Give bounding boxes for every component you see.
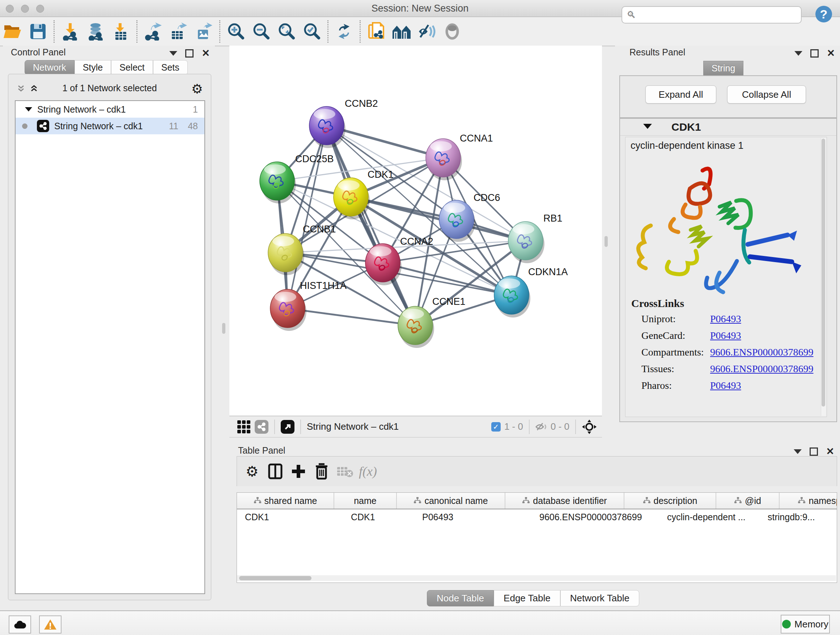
close-panel-icon[interactable]: ✕ — [827, 50, 835, 57]
undock-panel-icon[interactable] — [185, 49, 194, 57]
cell-database-identifier[interactable]: 9606.ENSP00000378699 — [531, 509, 659, 525]
zoom-in-icon[interactable] — [223, 20, 248, 43]
detach-view-icon[interactable] — [281, 420, 294, 434]
delete-column-icon[interactable] — [310, 461, 333, 482]
cell-name[interactable]: CDK1 — [343, 509, 414, 525]
results-scrollbar[interactable] — [821, 138, 826, 416]
gene-header-row[interactable]: CDK1 — [620, 119, 836, 136]
delete-table-icon[interactable] — [333, 461, 356, 482]
float-panel-icon[interactable] — [794, 449, 802, 454]
collection-expander-icon[interactable] — [25, 107, 32, 111]
function-builder-icon[interactable]: f(x) — [356, 461, 379, 482]
column-header-description[interactable]: description — [624, 493, 716, 509]
close-panel-icon[interactable]: ✕ — [202, 50, 210, 57]
zoom-selected-icon[interactable] — [299, 20, 325, 43]
show-columns-icon[interactable] — [264, 461, 287, 482]
node-HIST1H1A[interactable] — [270, 289, 306, 331]
tab-node-table[interactable]: Node Table — [427, 590, 494, 606]
export-image-icon[interactable] — [191, 20, 216, 43]
node-CCNB2[interactable] — [309, 106, 346, 148]
gene-name: CDK1 — [671, 121, 701, 133]
undock-panel-icon[interactable] — [810, 448, 818, 456]
copy-network-icon[interactable] — [363, 20, 389, 43]
column-header-database-identifier[interactable]: database identifier — [505, 493, 624, 509]
hidden-counts: 0 - 0 — [551, 421, 569, 432]
close-panel-icon[interactable]: ✕ — [826, 448, 834, 455]
cloud-button[interactable] — [9, 616, 31, 633]
crosslink-link[interactable]: 9606.ENSP00000378699 — [710, 363, 813, 380]
network-graph[interactable]: CCNB2CCNA1CDC25BCDK1CDC6RB1CCNB1CCNA2CDK… — [229, 46, 602, 416]
help-icon[interactable]: ? — [815, 6, 832, 22]
expand-all-button[interactable]: Expand All — [645, 86, 716, 103]
zoom-out-icon[interactable] — [248, 20, 274, 43]
memory-button[interactable]: Memory — [781, 615, 830, 633]
birdseye-icon[interactable] — [582, 419, 597, 434]
import-table-icon[interactable] — [108, 20, 134, 43]
houses-icon[interactable] — [389, 20, 414, 43]
node-CCNE1[interactable] — [398, 306, 434, 348]
selected-checkbox-icon[interactable]: ✓ — [491, 422, 501, 432]
open-session-icon[interactable] — [0, 20, 25, 43]
results-gene-box: CDK1 cyclin-dependent kinase 1 — [619, 118, 837, 422]
save-session-icon[interactable] — [25, 20, 51, 43]
node-CDKN1A[interactable] — [494, 276, 531, 318]
cell-shared-name[interactable]: CDK1 — [237, 509, 343, 525]
cell-canonical-name[interactable]: P06493 — [414, 509, 531, 525]
crosslink-link[interactable]: 9606.ENSP00000378699 — [710, 347, 813, 363]
tab-string[interactable]: String — [703, 61, 744, 76]
float-panel-icon[interactable] — [169, 51, 177, 56]
grid-view-icon[interactable] — [237, 420, 250, 433]
warning-button[interactable] — [39, 616, 62, 633]
zoom-fit-icon[interactable] — [274, 20, 299, 43]
crosslink-link[interactable]: P06493 — [710, 330, 741, 347]
cell-@id[interactable]: stringdb:9... — [760, 509, 832, 525]
crosslink-link[interactable]: P06493 — [710, 313, 741, 330]
right-splitter-handle[interactable] — [605, 236, 608, 247]
node-table[interactable]: shared namenamecanonical namedatabase id… — [237, 492, 837, 583]
tab-network[interactable]: Network — [25, 60, 74, 75]
gear-icon[interactable]: ⚙ — [191, 81, 203, 97]
left-splitter-handle[interactable] — [222, 323, 225, 334]
show-eye-icon[interactable] — [439, 20, 465, 43]
tab-edge-table[interactable]: Edge Table — [494, 590, 561, 606]
table-row[interactable]: CDK1CDK1P064939606.ENSP00000378699cyclin… — [237, 509, 837, 525]
export-table-icon[interactable] — [166, 20, 191, 43]
crosslink-link[interactable]: P06493 — [710, 380, 741, 396]
column-header-@id[interactable]: @id — [716, 493, 780, 509]
cell-description[interactable]: cyclin-dependent ... — [659, 509, 760, 525]
refresh-icon[interactable] — [332, 20, 357, 43]
network-view[interactable]: CCNB2CCNA1CDC25BCDK1CDC6RB1CCNB1CCNA2CDK… — [229, 46, 602, 416]
node-RB1[interactable] — [508, 222, 545, 263]
import-network-from-database-icon[interactable] — [83, 20, 108, 43]
column-header-namespace[interactable]: namespace — [780, 493, 837, 509]
undock-panel-icon[interactable] — [810, 49, 819, 57]
export-network-icon[interactable] — [141, 20, 166, 43]
node-CCNA1[interactable] — [426, 139, 462, 180]
edge-HIST1H1A-CCNE1[interactable] — [287, 309, 415, 325]
float-panel-icon[interactable] — [794, 51, 802, 56]
cell-namespace[interactable]: stringdb — [832, 509, 837, 525]
gene-expander-icon[interactable] — [643, 124, 652, 129]
network-row[interactable]: String Network – cdk1 11 48 — [16, 118, 204, 134]
search-input[interactable] — [639, 8, 801, 22]
tab-style[interactable]: Style — [74, 60, 111, 75]
table-hscrollbar[interactable] — [237, 575, 836, 581]
table-settings-gear-icon[interactable]: ⚙ — [240, 461, 264, 482]
edge-CCNB2-CCNE1[interactable] — [327, 126, 415, 325]
network-collection-row[interactable]: String Network – cdk1 1 — [16, 101, 204, 118]
node-CDK1[interactable] — [333, 178, 370, 219]
node-CDC25B[interactable] — [260, 162, 296, 203]
share-view-icon[interactable] — [255, 420, 268, 434]
column-header-name[interactable]: name — [334, 493, 397, 509]
edge-CDK1-RB1[interactable] — [351, 197, 526, 241]
column-header-canonical-name[interactable]: canonical name — [397, 493, 505, 509]
add-column-icon[interactable] — [287, 461, 310, 482]
column-header-shared-name[interactable]: shared name — [237, 493, 334, 509]
import-network-icon[interactable] — [57, 20, 83, 43]
node-CDC6[interactable] — [439, 200, 475, 242]
hide-eye-icon[interactable] — [414, 20, 439, 43]
tab-network-table[interactable]: Network Table — [561, 590, 639, 606]
tab-select[interactable]: Select — [111, 60, 153, 75]
collapse-all-button[interactable]: Collapse All — [727, 86, 806, 103]
tab-sets[interactable]: Sets — [153, 60, 188, 75]
